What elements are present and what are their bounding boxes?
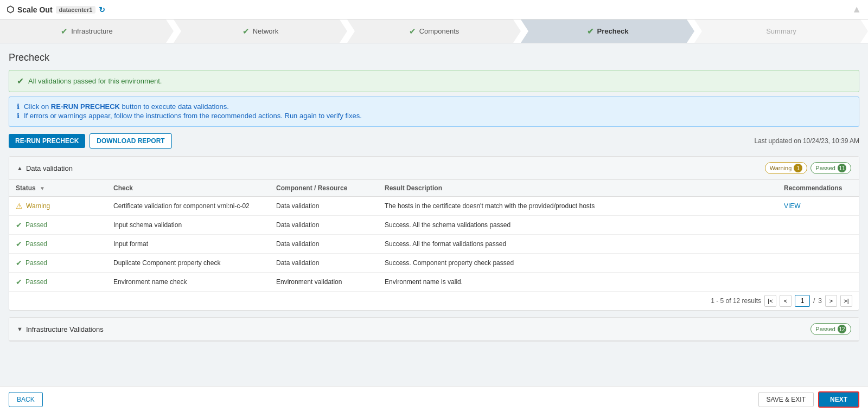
warning-badge-label: Warning xyxy=(770,165,792,171)
alert-info-row-2: ℹ If errors or warnings appear, follow t… xyxy=(17,112,851,120)
wizard-step-infrastructure-label: Infrastructure xyxy=(71,27,113,35)
wizard-step-summary[interactable]: Summary xyxy=(694,20,868,43)
infra-passed-badge: Passed 12 xyxy=(810,323,851,335)
rec-cell-2 xyxy=(777,216,859,235)
data-validation-table: Status ▼ Check Component / Resource Resu… xyxy=(9,180,859,291)
chevron-down-icon: ▼ xyxy=(17,326,23,332)
check-icon-precheck: ✔ xyxy=(587,27,594,36)
wizard-step-summary-label: Summary xyxy=(766,27,796,35)
main-content: Precheck ✔ All validations passed for th… xyxy=(0,43,868,386)
wizard-step-components-label: Components xyxy=(419,27,459,35)
wizard-step-infrastructure[interactable]: ✔ Infrastructure xyxy=(0,20,174,43)
check-cell-5: Environment name check xyxy=(107,273,270,292)
component-cell-2: Data validation xyxy=(270,216,378,235)
infra-validations-badges: Passed 12 xyxy=(810,323,851,335)
data-validation-section: ▲ Data validation Warning 1 Passed 11 xyxy=(9,156,859,311)
data-validation-header[interactable]: ▲ Data validation Warning 1 Passed 11 xyxy=(9,157,859,180)
prev-page-button[interactable]: < xyxy=(780,295,792,307)
alert-info-text-2: If errors or warnings appear, follow the… xyxy=(24,112,362,120)
back-button[interactable]: BACK xyxy=(9,392,43,407)
app-title-text: Scale Out xyxy=(17,5,53,14)
check-cell-1: Certificate validation for component vrn… xyxy=(107,197,270,216)
last-updated-text: Last updated on 10/24/23, 10:39 AM xyxy=(755,137,860,145)
status-text-1: Warning xyxy=(26,202,50,210)
check-cell-3: Input format xyxy=(107,235,270,254)
infra-validations-title: Infrastructure Validations xyxy=(26,325,104,333)
status-cell-5: ✔ Passed xyxy=(9,273,107,292)
rec-cell-4 xyxy=(777,254,859,273)
wizard-step-components[interactable]: ✔ Components xyxy=(347,20,521,43)
wizard-step-network-label: Network xyxy=(253,27,279,35)
status-cell-3: ✔ Passed xyxy=(9,235,107,254)
table-row: ✔ Passed Input schema validation Data va… xyxy=(9,216,859,235)
table-row: ✔ Passed Environment name check Environm… xyxy=(9,273,859,292)
download-report-button[interactable]: DOWNLOAD REPORT xyxy=(90,133,171,149)
result-cell-3: Success. All the format validations pass… xyxy=(378,235,777,254)
infra-validations-header[interactable]: ▼ Infrastructure Validations Passed 12 xyxy=(9,318,859,341)
datacenter-badge: datacenter1 xyxy=(56,6,96,14)
success-circle-icon: ✔ xyxy=(17,76,24,86)
last-page-button[interactable]: >| xyxy=(840,295,852,307)
save-exit-button[interactable]: SAVE & EXIT xyxy=(758,392,814,407)
view-link-1[interactable]: VIEW xyxy=(784,202,801,210)
check-cell-2: Input schema validation xyxy=(107,216,270,235)
col-status[interactable]: Status ▼ xyxy=(9,180,107,197)
table-body: ⚠ Warning Certificate validation for com… xyxy=(9,197,859,292)
wizard-step-network[interactable]: ✔ Network xyxy=(174,20,347,43)
status-cell-2: ✔ Passed xyxy=(9,216,107,235)
wizard-step-precheck[interactable]: ✔ Precheck xyxy=(521,20,694,43)
footer: BACK SAVE & EXIT NEXT xyxy=(0,386,868,412)
footer-right: SAVE & EXIT NEXT xyxy=(758,391,859,408)
status-text-5: Passed xyxy=(25,278,47,286)
info-icon-1: ℹ xyxy=(17,102,20,111)
warning-icon-1: ⚠ xyxy=(16,202,23,210)
pagination-range: 1 - 5 of 12 results xyxy=(711,297,761,305)
infra-passed-count: 12 xyxy=(838,325,846,333)
component-cell-5: Environment validation xyxy=(270,273,378,292)
status-text-4: Passed xyxy=(25,259,47,267)
wizard-steps: ✔ Infrastructure ✔ Network ✔ Components … xyxy=(0,20,868,43)
alert-success: ✔ All validations passed for this enviro… xyxy=(9,70,859,92)
data-validation-title: Data validation xyxy=(26,164,73,172)
info-icon-2: ℹ xyxy=(17,112,20,120)
status-cell-1: ⚠ Warning xyxy=(9,197,107,216)
check-icon-components: ✔ xyxy=(409,27,416,36)
rerun-precheck-button[interactable]: RE-RUN PRECHECK xyxy=(9,134,85,148)
rec-cell-5 xyxy=(777,273,859,292)
component-cell-3: Data validation xyxy=(270,235,378,254)
next-button[interactable]: NEXT xyxy=(818,391,859,408)
data-validation-header-left: ▲ Data validation xyxy=(17,164,73,172)
page-separator: / xyxy=(813,297,815,305)
next-page-button[interactable]: > xyxy=(825,295,837,307)
first-page-button[interactable]: |< xyxy=(764,295,776,307)
result-cell-1: The hosts in the certificate doesn't mat… xyxy=(378,197,777,216)
col-component: Component / Resource xyxy=(270,180,378,197)
result-cell-2: Success. All the schema validations pass… xyxy=(378,216,777,235)
wizard-step-precheck-label: Precheck xyxy=(597,27,629,35)
passed-badge-count: 11 xyxy=(838,164,846,172)
status-cell-4: ✔ Passed xyxy=(9,254,107,273)
result-cell-4: Success. Component property check passed xyxy=(378,254,777,273)
passed-icon-2: ✔ xyxy=(16,221,22,229)
sort-icon-status: ▼ xyxy=(40,185,45,191)
alert-success-text: All validations passed for this environm… xyxy=(28,77,162,85)
passed-badge-label: Passed xyxy=(815,165,835,171)
warning-badge-count: 1 xyxy=(794,164,802,172)
check-icon-network: ✔ xyxy=(242,27,250,36)
page-number-input[interactable] xyxy=(795,295,810,307)
result-cell-5: Environment name is valid. xyxy=(378,273,777,292)
app-header: ⬡ Scale Out datacenter1 ↻ ▲ xyxy=(0,0,868,20)
scale-out-icon: ⬡ xyxy=(7,4,14,15)
refresh-icon[interactable]: ↻ xyxy=(99,5,105,14)
app-title-group: ⬡ Scale Out datacenter1 ↻ xyxy=(7,4,105,15)
chevron-up-icon: ▲ xyxy=(17,165,23,171)
col-result: Result Description xyxy=(378,180,777,197)
passed-icon-5: ✔ xyxy=(16,278,22,286)
component-cell-4: Data validation xyxy=(270,254,378,273)
check-icon-infrastructure: ✔ xyxy=(61,27,68,36)
data-validation-table-wrapper: Status ▼ Check Component / Resource Resu… xyxy=(9,180,859,310)
infra-validations-section: ▼ Infrastructure Validations Passed 12 xyxy=(9,317,859,342)
collapse-header-icon[interactable]: ▲ xyxy=(852,4,861,15)
status-text-3: Passed xyxy=(25,240,47,248)
passed-icon-4: ✔ xyxy=(16,259,22,267)
